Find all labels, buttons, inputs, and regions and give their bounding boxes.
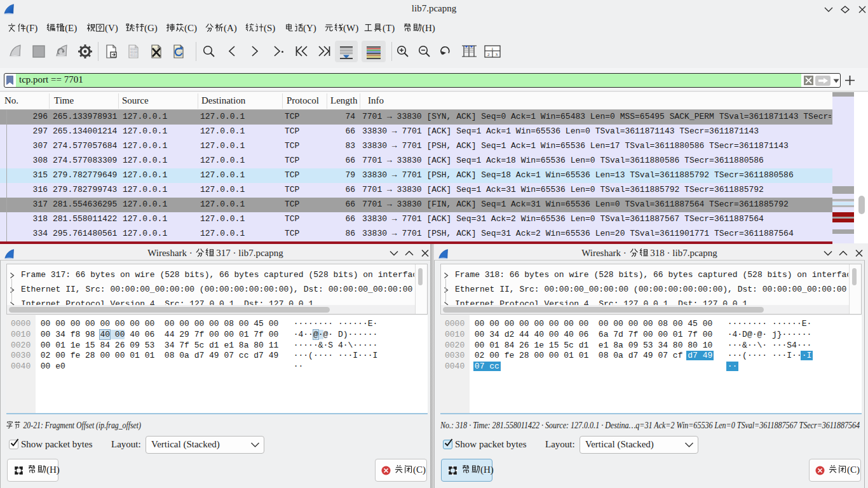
svg-text:2: 2 <box>487 52 490 57</box>
svg-text:0111: 0111 <box>130 54 137 57</box>
svg-text:3: 3 <box>496 52 498 57</box>
svg-text:1: 1 <box>491 46 494 51</box>
